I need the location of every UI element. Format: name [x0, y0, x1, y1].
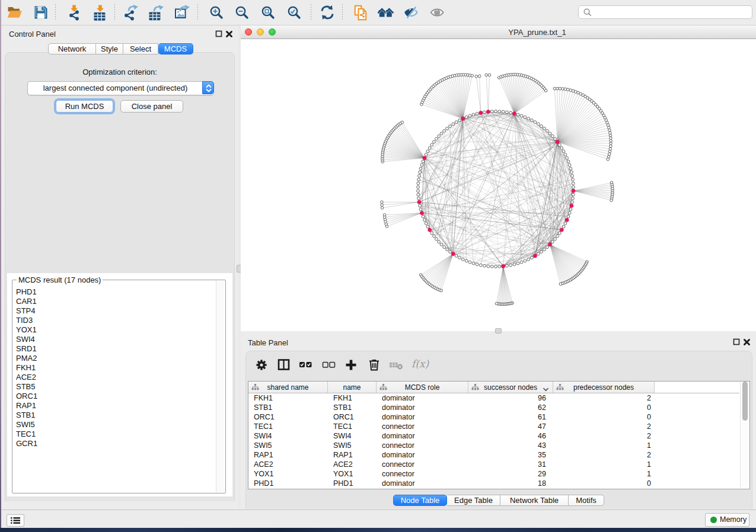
- table-row[interactable]: FKH1FKH1dominator962: [248, 393, 748, 403]
- tab-node-table[interactable]: Node Table: [393, 495, 447, 506]
- task-history-button[interactable]: [7, 514, 24, 527]
- tab-mcds[interactable]: MCDS: [158, 43, 193, 55]
- network-view-frame: YPA_prune.txt_1: [241, 25, 756, 331]
- cell-successor-nodes: 96: [468, 393, 546, 403]
- zoom-out-icon[interactable]: [234, 4, 250, 21]
- mcds-result-item[interactable]: SWI4: [13, 335, 216, 344]
- tab-select[interactable]: Select: [123, 43, 158, 55]
- window-close-light[interactable]: [245, 28, 252, 36]
- mcds-result-item[interactable]: TID3: [13, 316, 216, 325]
- column-header-successor-nodes[interactable]: successor nodes: [468, 382, 553, 393]
- table-row[interactable]: STB1STB1dominator620: [248, 403, 748, 412]
- select-all-checkboxes-icon[interactable]: [299, 358, 313, 372]
- show-column-icon[interactable]: [277, 358, 291, 372]
- import-network-icon[interactable]: [66, 4, 82, 21]
- table-panel-title: Table Panel: [248, 338, 288, 347]
- mcds-result-list[interactable]: PHD1CAR1STP4TID3YOX1SWI4SRD1PMA2FKH1ACE2…: [13, 287, 216, 492]
- cell-shared-name: YOX1: [254, 469, 273, 479]
- close-panel-button[interactable]: Close panel: [120, 100, 183, 113]
- cell-predecessor-nodes: 0: [553, 479, 651, 488]
- mcds-result-item[interactable]: PMA2: [13, 354, 216, 363]
- table-scrollbar-thumb[interactable]: [742, 382, 748, 421]
- table-row[interactable]: RAP1RAP1dominator352: [248, 450, 748, 460]
- mcds-result-item[interactable]: ACE2: [13, 373, 216, 382]
- show-all-hide-icon[interactable]: [378, 4, 394, 21]
- refresh-view-icon[interactable]: [319, 4, 336, 21]
- table-row[interactable]: YOX1YOX1connector291: [248, 469, 748, 479]
- table-row[interactable]: ORC1ORC1dominator610: [248, 412, 748, 422]
- window-zoom-light[interactable]: [269, 28, 276, 36]
- mcds-list-scrollbar[interactable]: [216, 281, 225, 492]
- network-view-titlebar[interactable]: YPA_prune.txt_1: [241, 25, 756, 39]
- horizontal-splitter-grip[interactable]: [495, 328, 502, 334]
- network-nodes[interactable]: [381, 73, 614, 306]
- tab-motifs[interactable]: Motifs: [569, 495, 604, 506]
- run-mcds-button[interactable]: Run MCDS: [56, 100, 113, 113]
- toolbar-separator: [114, 4, 115, 20]
- delete-table-icon[interactable]: [389, 358, 403, 372]
- table-scrollbar[interactable]: [740, 382, 749, 488]
- table-panel-close-icon[interactable]: [743, 338, 751, 346]
- search-input[interactable]: [578, 5, 752, 19]
- table-settings-icon[interactable]: [254, 358, 269, 372]
- mcds-result-item[interactable]: SRD1: [13, 344, 216, 354]
- table-row[interactable]: SWI5SWI5connector431: [248, 441, 748, 450]
- table-row[interactable]: TEC1TEC1connector472: [248, 422, 748, 431]
- zoom-in-icon[interactable]: [208, 4, 225, 21]
- import-table-icon[interactable]: [91, 4, 108, 21]
- mcds-result-item[interactable]: TEC1: [13, 430, 216, 439]
- table-panel-body: f(x) shared namenameMCDS rolesuccessor n…: [245, 351, 752, 509]
- mcds-result-item[interactable]: STB5: [13, 382, 216, 392]
- add-column-icon[interactable]: [344, 358, 358, 372]
- tab-network[interactable]: Network: [48, 43, 96, 55]
- export-network-icon[interactable]: [123, 4, 139, 21]
- cell-successor-nodes: 47: [468, 422, 546, 431]
- control-panel: Control Panel NetworkStyleSelectMCDS Opt…: [1, 25, 238, 509]
- toolbar-separator: [311, 4, 311, 20]
- function-builder-icon[interactable]: f(x): [412, 358, 426, 372]
- delete-column-icon[interactable]: [367, 358, 381, 372]
- zoom-selected-icon[interactable]: [286, 4, 302, 21]
- tab-network-table[interactable]: Network Table: [500, 495, 569, 506]
- save-session-icon[interactable]: [33, 4, 49, 21]
- mcds-result-item[interactable]: YOX1: [13, 325, 216, 335]
- memory-button[interactable]: Memory: [705, 513, 749, 527]
- mcds-result-item[interactable]: SWI5: [13, 420, 216, 430]
- mcds-result-item[interactable]: FKH1: [13, 363, 216, 373]
- hide-selected-icon[interactable]: [403, 4, 420, 21]
- mcds-result-item[interactable]: CAR1: [13, 297, 216, 306]
- mcds-result-item[interactable]: STP4: [13, 306, 216, 316]
- zoom-fit-icon[interactable]: [260, 4, 276, 21]
- mcds-result-item[interactable]: GCR1: [13, 439, 216, 448]
- column-header-predecessor-nodes[interactable]: predecessor nodes: [553, 382, 655, 393]
- column-header-MCDS-role[interactable]: MCDS role: [377, 382, 468, 393]
- tab-edge-table[interactable]: Edge Table: [447, 495, 500, 506]
- export-table-icon[interactable]: [148, 4, 164, 21]
- column-header-shared-name[interactable]: shared name: [248, 382, 328, 393]
- column-header-name[interactable]: name: [328, 382, 377, 393]
- clone-network-icon[interactable]: [352, 4, 369, 21]
- mcds-result-item[interactable]: ORC1: [13, 392, 216, 401]
- table-panel: Table Panel f(x) shared namenameMCDS rol…: [241, 335, 756, 509]
- control-panel-close-icon[interactable]: [225, 30, 233, 38]
- show-selected-icon[interactable]: [430, 4, 446, 21]
- tab-style[interactable]: Style: [96, 43, 123, 55]
- table-row[interactable]: SWI4SWI4dominator462: [248, 431, 748, 441]
- open-file-icon[interactable]: [7, 4, 23, 21]
- cell-shared-name: TEC1: [254, 422, 273, 431]
- cell-predecessor-nodes: 2: [553, 431, 651, 441]
- export-image-icon[interactable]: [174, 4, 190, 21]
- mcds-result-item[interactable]: RAP1: [13, 401, 216, 411]
- table-row[interactable]: ACE2ACE2connector311: [248, 460, 748, 469]
- cell-shared-name: ACE2: [254, 460, 273, 469]
- network-graph-canvas[interactable]: [241, 39, 756, 331]
- table-row[interactable]: PHD1PHD1dominator180: [248, 479, 748, 488]
- mcds-result-item[interactable]: PHD1: [13, 287, 216, 297]
- table-panel-float-icon[interactable]: [733, 338, 740, 345]
- optimization-criterion-select[interactable]: largest connected component (undirected): [27, 81, 214, 95]
- control-panel-float-icon[interactable]: [215, 30, 222, 37]
- unselect-all-checkboxes-icon[interactable]: [322, 358, 336, 372]
- mcds-result-item[interactable]: STB1: [13, 411, 216, 420]
- horizontal-splitter[interactable]: [241, 331, 756, 335]
- window-minimize-light[interactable]: [257, 28, 264, 36]
